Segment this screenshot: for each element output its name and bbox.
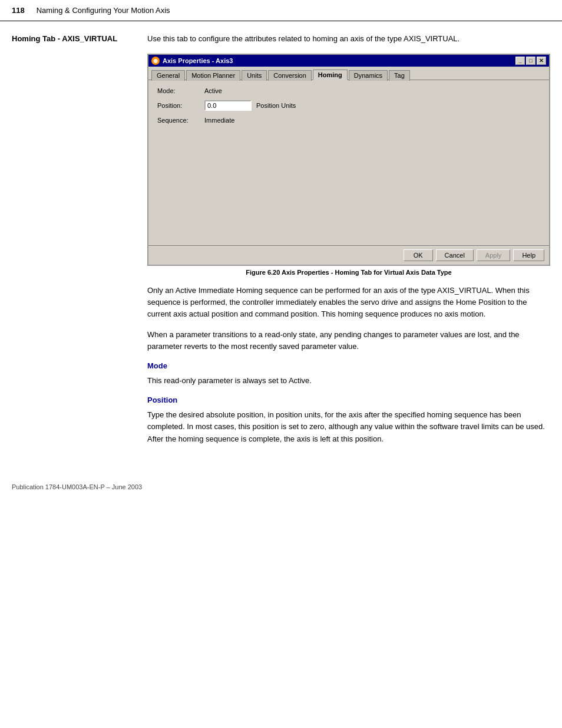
dialog-body: Mode: Active Position: Position Units Se… [148, 80, 549, 245]
left-column: Homing Tab - AXIS_VIRTUAL [12, 33, 147, 454]
main-content: Homing Tab - AXIS_VIRTUAL Use this tab t… [0, 33, 562, 454]
tab-conversion[interactable]: Conversion [268, 70, 312, 81]
mode-subheading: Mode [147, 361, 550, 370]
right-column: Use this tab to configure the attributes… [147, 33, 550, 454]
position-field-row: Position: Position Units [157, 100, 540, 111]
body-paragraph-1: Only an Active Immediate Homing sequence… [147, 285, 550, 320]
page-header: 118 Naming & Configuring Your Motion Axi… [0, 0, 562, 21]
dialog-titlebar: ◉ Axis Properties - Axis3 _ □ ✕ [148, 55, 549, 67]
sequence-field-row: Sequence: Immediate [157, 117, 540, 124]
help-button[interactable]: Help [513, 249, 544, 261]
page-number: 118 [12, 6, 25, 15]
position-label: Position: [157, 102, 204, 109]
tab-tag[interactable]: Tag [389, 70, 410, 81]
restore-button[interactable]: □ [526, 57, 535, 65]
dialog-footer: OK Cancel Apply Help [148, 245, 549, 265]
subsection-mode: Mode This read-only parameter is always … [147, 361, 550, 387]
tab-general[interactable]: General [151, 70, 185, 81]
mode-value: Active [204, 87, 222, 94]
figure-caption: Figure 6.20 Axis Properties - Homing Tab… [147, 269, 550, 276]
subsection-position: Position Type the desired absolute posit… [147, 396, 550, 444]
tab-motion-planner[interactable]: Motion Planner [186, 70, 240, 81]
tab-homing[interactable]: Homing [313, 70, 348, 80]
dialog-app-icon: ◉ [151, 57, 160, 65]
intro-text: Use this tab to configure the attributes… [147, 33, 550, 45]
sequence-label: Sequence: [157, 117, 204, 124]
close-button[interactable]: ✕ [537, 57, 546, 65]
section-heading: Homing Tab - AXIS_VIRTUAL [12, 33, 138, 45]
sequence-value: Immediate [204, 117, 234, 124]
cancel-button[interactable]: Cancel [436, 249, 474, 261]
dialog-window: ◉ Axis Properties - Axis3 _ □ ✕ General … [147, 54, 550, 266]
dialog-title: Axis Properties - Axis3 [163, 57, 233, 64]
position-body-text: Type the desired absolute position, in p… [147, 409, 550, 444]
position-subheading: Position [147, 396, 550, 404]
mode-label: Mode: [157, 87, 204, 94]
dialog-controls[interactable]: _ □ ✕ [515, 57, 546, 65]
dialog-tabs: General Motion Planner Units Conversion … [148, 67, 549, 80]
page-footer: Publication 1784-UM003A-EN-P – June 2003 [0, 477, 562, 496]
tab-units[interactable]: Units [242, 70, 267, 81]
position-units-label: Position Units [256, 102, 296, 109]
publication-info: Publication 1784-UM003A-EN-P – June 2003 [12, 483, 142, 490]
mode-body-text: This read-only parameter is always set t… [147, 375, 550, 387]
tab-dynamics[interactable]: Dynamics [349, 70, 388, 81]
page-header-title: Naming & Configuring Your Motion Axis [37, 6, 170, 15]
minimize-button[interactable]: _ [515, 57, 525, 65]
body-paragraph-2: When a parameter transitions to a read-o… [147, 329, 550, 353]
position-input[interactable] [204, 100, 252, 111]
mode-field-row: Mode: Active [157, 87, 540, 94]
ok-button[interactable]: OK [404, 249, 433, 261]
dialog-title-left: ◉ Axis Properties - Axis3 [151, 57, 233, 65]
apply-button[interactable]: Apply [477, 249, 511, 261]
section-heading-text: Homing Tab - AXIS_VIRTUAL [12, 34, 117, 43]
